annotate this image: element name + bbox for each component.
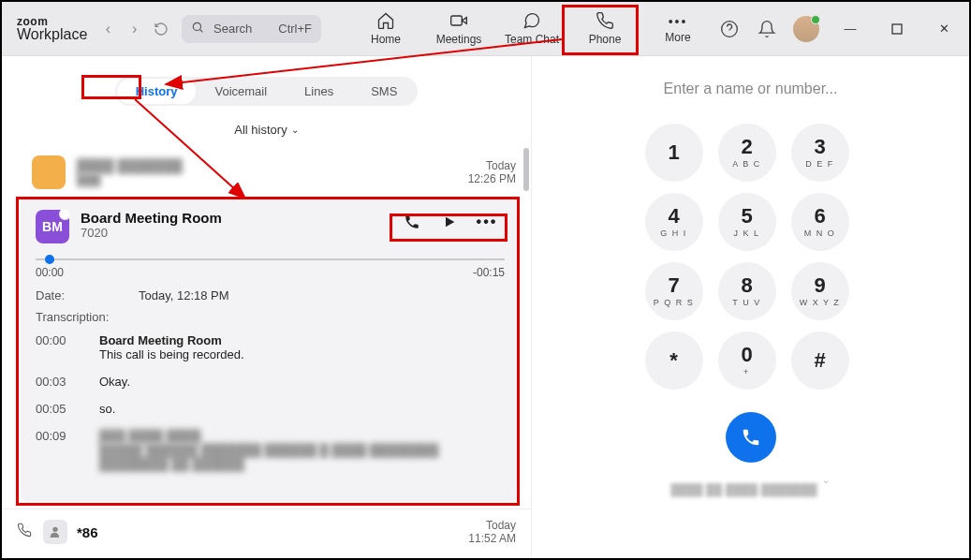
contact-ext: ███: [77, 173, 457, 186]
maximize-button[interactable]: [881, 16, 913, 42]
history-filter[interactable]: All history ⌄: [2, 123, 531, 137]
date-value: Today, 12:18 PM: [139, 288, 229, 302]
detail-ext: 7020: [81, 226, 222, 240]
dialpad-key-5[interactable]: 5J K L: [718, 193, 776, 251]
caller-id[interactable]: ████ ██-████-███████: [671, 483, 817, 496]
titlebar-right: — ✕: [718, 16, 960, 42]
history-refresh-button[interactable]: [150, 17, 172, 41]
sub-tab-history[interactable]: History: [117, 79, 197, 104]
dialpad-key-#[interactable]: #: [791, 332, 849, 390]
scrollbar[interactable]: [523, 148, 529, 191]
app-logo: zoom Workplace: [17, 16, 87, 42]
svg-marker-7: [446, 217, 454, 228]
svg-point-8: [52, 527, 57, 532]
more-actions-button[interactable]: •••: [478, 214, 495, 230]
transcript-line: 00:09 ███ ████ ████ █████ ██████ ███████…: [36, 429, 505, 471]
dialpad-key-0[interactable]: 0+: [718, 332, 776, 390]
more-icon: •••: [669, 15, 688, 28]
minimize-button[interactable]: —: [834, 16, 866, 42]
remaining-time: -00:15: [473, 266, 505, 279]
sub-tab-sms[interactable]: SMS: [352, 79, 416, 104]
close-button[interactable]: ✕: [928, 16, 960, 42]
notifications-button[interactable]: [756, 18, 778, 40]
list-item[interactable]: ████ ███████ ███ Today 12:26 PM: [2, 148, 531, 197]
tab-team-chat[interactable]: Team Chat: [495, 7, 568, 52]
history-list: ████ ███████ ███ Today 12:26 PM BM Board…: [2, 148, 531, 558]
tab-meetings[interactable]: Meetings: [422, 7, 495, 52]
call-detail-card: BM Board Meeting Room 7020 •••: [21, 199, 520, 501]
contact-avatar: BM: [36, 210, 69, 243]
call-button[interactable]: [726, 412, 776, 463]
entry-time: Today 11:52 AM: [468, 519, 516, 545]
left-pane: History Voicemail Lines SMS All history …: [2, 56, 532, 558]
progress-thumb[interactable]: [45, 255, 54, 264]
dialer-pane: Enter a name or number... 12A B C3D E F4…: [532, 56, 969, 558]
nav-back-button[interactable]: ‹: [96, 17, 119, 41]
main-nav: Home Meetings Team Chat Phone ••• More: [349, 7, 714, 52]
call-back-button[interactable]: [404, 214, 420, 230]
svg-marker-3: [462, 18, 466, 24]
list-item[interactable]: *86 Today 11:52 AM: [2, 508, 531, 558]
dialpad-key-*[interactable]: *: [645, 332, 703, 390]
dialpad-key-4[interactable]: 4G H I: [645, 193, 703, 251]
search-label: Search: [213, 22, 252, 36]
user-avatar[interactable]: [793, 16, 819, 42]
dialpad-key-1[interactable]: 1: [645, 124, 703, 182]
nav-forward-button[interactable]: ›: [124, 17, 146, 41]
tab-more[interactable]: ••• More: [641, 7, 714, 52]
date-label: Date:: [36, 288, 139, 302]
svg-point-0: [193, 22, 200, 30]
elapsed-time: 00:00: [36, 266, 64, 279]
voicemail-icon: [17, 523, 34, 541]
dialpad-key-2[interactable]: 2A B C: [718, 124, 776, 182]
detail-actions: •••: [394, 210, 505, 234]
contact-name: ████ ███████: [77, 158, 457, 173]
search-shortcut: Ctrl+F: [278, 22, 312, 36]
phone-sub-tabs: History Voicemail Lines SMS: [115, 77, 419, 106]
contact-avatar: [32, 155, 66, 189]
detail-name: Board Meeting Room: [81, 210, 222, 226]
transcript-line: 00:05 so.: [36, 402, 505, 416]
sub-tab-lines[interactable]: Lines: [286, 79, 352, 104]
transcript-line: 00:00 Board Meeting Room This call is be…: [36, 333, 505, 361]
svg-rect-6: [892, 24, 902, 34]
contact-name: *86: [77, 524, 459, 540]
chevron-down-icon: ⌄: [822, 475, 830, 485]
tab-phone[interactable]: Phone: [568, 7, 641, 52]
tab-home[interactable]: Home: [349, 7, 422, 52]
help-button[interactable]: [718, 18, 741, 40]
dialpad-key-8[interactable]: 8T U V: [718, 262, 776, 320]
title-bar: zoom Workplace ‹ › Search Ctrl+F Home Me…: [2, 2, 969, 56]
play-recording-button[interactable]: [441, 214, 458, 230]
chevron-down-icon: ⌄: [291, 125, 299, 135]
svg-line-1: [200, 30, 203, 33]
entry-time: Today 12:26 PM: [468, 159, 516, 185]
search-icon: [191, 21, 204, 37]
transcript-line: 00:03 Okay.: [36, 375, 505, 389]
playback-progress[interactable]: 00:00 -00:15: [36, 258, 505, 279]
dialpad-key-6[interactable]: 6M N O: [791, 193, 849, 251]
svg-rect-2: [451, 16, 463, 25]
dialpad-key-9[interactable]: 9W X Y Z: [791, 262, 849, 320]
dial-input[interactable]: Enter a name or number...: [664, 81, 838, 97]
search-box[interactable]: Search Ctrl+F: [182, 15, 321, 43]
sub-tab-voicemail[interactable]: Voicemail: [196, 79, 286, 104]
transcription-label: Transcription:: [36, 310, 505, 324]
dialpad-key-3[interactable]: 3D E F: [791, 124, 849, 182]
dialpad-key-7[interactable]: 7P Q R S: [645, 262, 703, 320]
contact-avatar: [43, 520, 67, 544]
dialpad: 12A B C3D E F4G H I5J K L6M N O7P Q R S8…: [645, 124, 857, 391]
